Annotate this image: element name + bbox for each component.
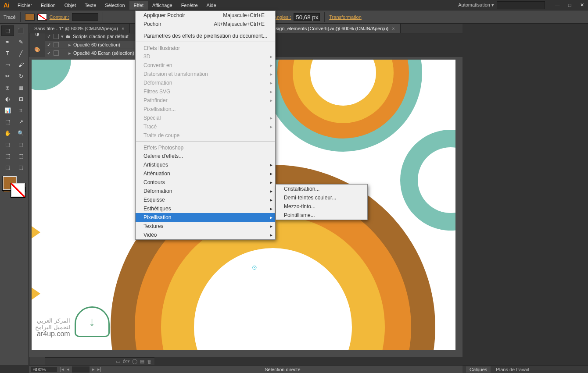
zoom-readout[interactable]: 600% bbox=[31, 367, 57, 372]
tool-button[interactable]: ◐ bbox=[1, 94, 14, 104]
minimize-button[interactable]: — bbox=[551, 1, 563, 9]
tool-button[interactable]: ⬚ bbox=[1, 139, 14, 150]
status-bar: 600% |◂ ◂ ▸ ▸| Sélection directe bbox=[29, 365, 463, 373]
nav-first-icon[interactable]: |◂ bbox=[59, 366, 65, 372]
menu-item[interactable]: Traits de coupe bbox=[136, 131, 275, 140]
menu-item[interactable]: Esthétiques▸ bbox=[136, 204, 275, 213]
nav-next-icon[interactable]: ▸ bbox=[91, 366, 96, 372]
maximize-button[interactable]: □ bbox=[563, 1, 576, 9]
search-input[interactable] bbox=[497, 1, 545, 9]
right-status: Calques Plans de travail bbox=[463, 365, 588, 373]
submenu-item[interactable]: Pointillisme... bbox=[276, 211, 367, 220]
current-tool: Sélection directe bbox=[103, 367, 463, 372]
control-bar: Tracé Contour : Style : Angles : Transfo… bbox=[0, 11, 588, 24]
menu-item[interactable]: Pathfinder▸ bbox=[136, 96, 275, 105]
menu-item[interactable]: PochoirAlt+Majuscule+Ctrl+E bbox=[136, 20, 275, 28]
toolbox: ⬚⬛✒✎T╱▭🖌✂↻⊞▦◐⊡📊⌗⬚↗✋🔍⬚⬚⬚⬚⬚⬚ bbox=[0, 24, 29, 365]
tool-button[interactable]: ⬚ bbox=[15, 162, 28, 173]
menu-item[interactable]: Convertir en▸ bbox=[136, 61, 275, 70]
transformation-link[interactable]: Transformation bbox=[329, 14, 362, 20]
panel-icon[interactable]: 🎨 bbox=[32, 44, 43, 55]
menu-item[interactable]: 3D▸ bbox=[136, 52, 275, 61]
nav-last-icon[interactable]: ▸| bbox=[96, 366, 103, 372]
aspect-footer: ▭fx▾◯▤🗑 bbox=[45, 357, 154, 365]
watermark: المركز العربي لتحميل البرامج ar4up.com bbox=[35, 306, 110, 337]
document-tab[interactable]: sign_elements [Converti].ai @ 600% (CMJN… bbox=[270, 24, 400, 33]
menu-affichage[interactable]: Affichage bbox=[148, 1, 177, 10]
pixellisation-submenu[interactable]: Cristallisation...Demi-teintes couleur..… bbox=[276, 184, 368, 220]
menubar: Ai FichierEditionObjetTexteSélectionEffe… bbox=[0, 0, 588, 11]
tool-button[interactable]: ⌗ bbox=[15, 105, 28, 116]
close-icon[interactable]: × bbox=[122, 26, 124, 31]
menu-item[interactable]: Déformation▸ bbox=[136, 187, 275, 195]
menu-item[interactable]: Contours▸ bbox=[136, 178, 275, 187]
tool-button[interactable]: ⬚ bbox=[1, 151, 14, 161]
tab-plans[interactable]: Plans de travail bbox=[496, 367, 529, 372]
menu-texte[interactable]: Texte bbox=[80, 1, 100, 10]
menu-item[interactable]: Paramètres des effets de pixellisation d… bbox=[136, 32, 275, 40]
tool-button[interactable]: ╱ bbox=[15, 48, 28, 59]
menu-item[interactable]: Vidéo▸ bbox=[136, 231, 275, 239]
submenu-item[interactable]: Cristallisation... bbox=[276, 185, 367, 193]
tool-button[interactable]: ⬚ bbox=[1, 162, 14, 173]
menu-item[interactable]: Spécial▸ bbox=[136, 114, 275, 122]
tab-calques[interactable]: Calques bbox=[466, 366, 491, 373]
tool-button[interactable]: T bbox=[1, 48, 14, 59]
menu-item[interactable]: Distorsion et transformation▸ bbox=[136, 70, 275, 78]
color-wells[interactable] bbox=[1, 176, 27, 202]
submenu-item[interactable]: Mezzo-tinto... bbox=[276, 202, 367, 211]
tool-button[interactable]: 📊 bbox=[1, 105, 14, 116]
app-logo: Ai bbox=[0, 0, 13, 11]
tool-button[interactable]: ✎ bbox=[15, 37, 28, 47]
tool-button[interactable]: ⬚ bbox=[15, 139, 28, 150]
menu-item[interactable]: Déformation▸ bbox=[136, 78, 275, 87]
stroke-label[interactable]: Contour : bbox=[50, 14, 69, 20]
menu-sélection[interactable]: Sélection bbox=[100, 1, 129, 10]
menu-item[interactable]: Galerie d'effets... bbox=[136, 152, 275, 160]
close-icon[interactable]: × bbox=[392, 26, 394, 31]
menu-fichier[interactable]: Fichier bbox=[13, 1, 36, 10]
selection-type: Tracé bbox=[4, 14, 16, 20]
tool-button[interactable]: ▦ bbox=[15, 82, 28, 93]
menu-item[interactable]: Esquisse▸ bbox=[136, 195, 275, 204]
tool-button[interactable]: 🖌 bbox=[15, 60, 28, 70]
menu-item[interactable]: Filtres SVG▸ bbox=[136, 87, 275, 96]
tool-button[interactable]: ✂ bbox=[1, 71, 14, 82]
tool-button[interactable]: ✒ bbox=[1, 37, 14, 47]
automation-dropdown[interactable]: Automatisation ▾ bbox=[455, 2, 497, 8]
angles-label[interactable]: Angles : bbox=[274, 14, 291, 20]
menu-item[interactable]: Tracé▸ bbox=[136, 122, 275, 131]
menu-item[interactable]: Pixellisation... bbox=[136, 105, 275, 114]
menu-objet[interactable]: Objet bbox=[60, 1, 80, 10]
tool-button[interactable]: 🔍 bbox=[15, 128, 28, 139]
tool-button[interactable]: ⬛ bbox=[15, 25, 28, 36]
submenu-item[interactable]: Demi-teintes couleur... bbox=[276, 193, 367, 202]
menu-item[interactable]: Appliquer PochoirMajuscule+Ctrl+E bbox=[136, 11, 275, 20]
angles-input[interactable] bbox=[294, 13, 320, 21]
tool-button[interactable]: ⬚ bbox=[1, 25, 14, 36]
menu-aide[interactable]: Aide bbox=[202, 1, 221, 10]
close-button[interactable]: ✕ bbox=[576, 1, 588, 9]
tool-button[interactable]: ✋ bbox=[1, 128, 14, 139]
tool-button[interactable]: ⬚ bbox=[15, 151, 28, 161]
menu-item[interactable]: Atténuation▸ bbox=[136, 169, 275, 178]
tool-button[interactable]: ⬚ bbox=[1, 117, 14, 127]
effet-menu[interactable]: Appliquer PochoirMajuscule+Ctrl+EPochoir… bbox=[135, 11, 276, 240]
tool-button[interactable]: ▭ bbox=[1, 60, 14, 70]
stroke-weight-input[interactable] bbox=[72, 13, 98, 21]
menu-item[interactable]: Artistiques▸ bbox=[136, 160, 275, 169]
menu-edition[interactable]: Edition bbox=[36, 1, 60, 10]
stroke-swatch[interactable] bbox=[37, 14, 47, 21]
tool-button[interactable]: ↻ bbox=[15, 71, 28, 82]
tool-button[interactable]: ⊡ bbox=[15, 94, 28, 104]
menu-item[interactable]: Pixellisation▸ bbox=[136, 213, 275, 222]
nav-prev-icon[interactable]: ◂ bbox=[65, 366, 71, 372]
document-tab[interactable]: Sans titre - 1* @ 600% (CMJN/Aperçu)× bbox=[29, 24, 130, 33]
tool-button[interactable]: ⊞ bbox=[1, 82, 14, 93]
menu-effet[interactable]: Effet bbox=[129, 1, 148, 10]
tool-button[interactable]: ↗ bbox=[15, 117, 28, 127]
menu-item[interactable]: Textures▸ bbox=[136, 222, 275, 231]
fill-swatch[interactable] bbox=[25, 14, 35, 21]
menu-fenêtre[interactable]: Fenêtre bbox=[177, 1, 202, 10]
